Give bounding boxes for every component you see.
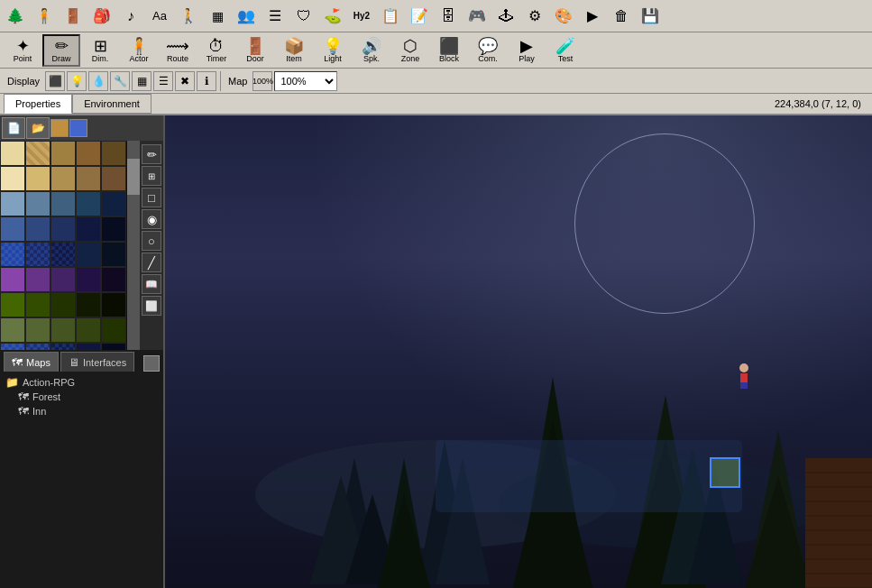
tile-swatch[interactable]: [76, 166, 101, 191]
maps-tab[interactable]: 🗺 Maps: [4, 352, 59, 372]
display-btn-info[interactable]: ℹ: [197, 71, 216, 91]
tile-swatch[interactable]: [76, 216, 101, 242]
dim-tool-btn[interactable]: ⊞ Dim.: [81, 34, 119, 67]
tile-swatch[interactable]: [101, 216, 126, 242]
block-tool-btn[interactable]: ⬛ Block: [430, 34, 468, 67]
panel1-menu-icon[interactable]: 📋: [377, 3, 404, 30]
tile-swatch[interactable]: [50, 292, 76, 317]
bag-menu-icon[interactable]: 🎒: [88, 3, 115, 30]
tile-color-b[interactable]: [69, 119, 87, 137]
panel2-menu-icon[interactable]: 📝: [406, 3, 433, 30]
tile-swatch[interactable]: [101, 166, 126, 191]
tile-swatch[interactable]: [0, 191, 25, 216]
actor-tool-btn[interactable]: 🧍 Actor: [120, 34, 158, 67]
armor-menu-icon[interactable]: 🛡: [290, 3, 317, 30]
gamepad-menu-icon[interactable]: 🎮: [464, 3, 491, 30]
tile-swatch[interactable]: [76, 141, 101, 166]
tile-swatch[interactable]: [50, 267, 76, 292]
tree-item-inn[interactable]: 🗺 Inn: [4, 404, 160, 418]
tile-color-a[interactable]: [50, 119, 69, 137]
eraser-side-tool[interactable]: ⬜: [142, 296, 161, 316]
door-tool-btn[interactable]: 🚪 Door: [236, 34, 274, 67]
item-tool-btn[interactable]: 📦 Item: [275, 34, 313, 67]
tile-swatch[interactable]: [50, 141, 76, 166]
spk-tool-btn[interactable]: 🔊 Spk.: [353, 34, 390, 67]
save-menu-icon[interactable]: 💾: [637, 3, 664, 30]
tree-item-action-rpg[interactable]: 📁 Action-RPG: [4, 375, 160, 390]
gamepad2-menu-icon[interactable]: 🕹: [492, 3, 519, 30]
tree-menu-icon[interactable]: 🌲: [2, 3, 29, 30]
point-tool-btn[interactable]: ✦ Point: [4, 34, 41, 67]
tile-swatch[interactable]: [50, 343, 76, 350]
delete-menu-icon[interactable]: 🗑: [608, 3, 635, 30]
tile-swatch[interactable]: [25, 343, 50, 350]
play-tool-btn[interactable]: ▶ Play: [508, 34, 546, 67]
tile-swatch[interactable]: [76, 267, 101, 292]
tile-swatch[interactable]: [101, 317, 126, 343]
display-btn-x[interactable]: ✖: [175, 71, 195, 91]
tile-swatch[interactable]: [25, 267, 50, 292]
tile-swatch[interactable]: [50, 317, 76, 343]
timer-tool-btn[interactable]: ⏱ Timer: [197, 34, 235, 67]
font-menu-icon[interactable]: Aa: [146, 3, 173, 30]
tile-swatch[interactable]: [0, 343, 25, 350]
tile-swatch[interactable]: [25, 292, 50, 317]
properties-tab[interactable]: Properties: [4, 94, 72, 114]
tile-swatch[interactable]: [76, 343, 101, 350]
environment-tab[interactable]: Environment: [72, 94, 151, 114]
tile-swatch[interactable]: [25, 216, 50, 242]
tile-open-btn[interactable]: 📂: [26, 117, 50, 139]
tile-swatch[interactable]: [0, 242, 25, 267]
flag-menu-icon[interactable]: ⛳: [319, 3, 346, 30]
interfaces-tab[interactable]: 🖥 Interfaces: [60, 352, 134, 372]
test-tool-btn[interactable]: 🧪 Test: [546, 34, 584, 67]
tile-swatch[interactable]: [101, 141, 126, 166]
tile-swatch[interactable]: [0, 317, 25, 343]
tile-swatch[interactable]: [0, 216, 25, 242]
line-side-tool[interactable]: ╱: [142, 253, 161, 272]
tile-swatch[interactable]: [0, 141, 25, 166]
tree-item-forest[interactable]: 🗺 Forest: [4, 390, 160, 404]
display-btn-light[interactable]: 💡: [67, 71, 87, 91]
grid-menu-icon[interactable]: ▦: [204, 3, 231, 30]
door-menu-icon[interactable]: 🚪: [60, 3, 87, 30]
draw-tool-btn[interactable]: ✏ Draw: [42, 34, 80, 67]
settings-menu-icon[interactable]: ⚙: [521, 3, 548, 30]
tile-swatch[interactable]: [0, 166, 25, 191]
tile-swatch[interactable]: [101, 242, 126, 267]
music-menu-icon[interactable]: ♪: [117, 3, 144, 30]
tile-swatch[interactable]: [101, 267, 126, 292]
tile-swatch[interactable]: [25, 242, 50, 267]
com-tool-btn[interactable]: 💬 Com.: [469, 34, 507, 67]
tile-swatch[interactable]: [50, 191, 76, 216]
tile-swatch[interactable]: [25, 166, 50, 191]
tile-swatch[interactable]: [0, 292, 25, 317]
route-tool-btn[interactable]: ⟿ Route: [159, 34, 197, 67]
paint-menu-icon[interactable]: 🎨: [550, 3, 577, 30]
display-btn-water[interactable]: 💧: [88, 71, 108, 91]
display-btn-wrench[interactable]: 🔧: [110, 71, 130, 91]
tile-swatch[interactable]: [101, 292, 126, 317]
book-side-tool[interactable]: 📖: [142, 274, 161, 294]
tile-swatch[interactable]: [76, 317, 101, 343]
pencil-side-tool[interactable]: ✏: [142, 144, 161, 164]
save-small-btn[interactable]: [143, 355, 160, 372]
walk-menu-icon[interactable]: 🚶: [175, 3, 202, 30]
list-menu-icon[interactable]: ☰: [262, 3, 289, 30]
tile-swatch[interactable]: [0, 267, 25, 292]
tile-swatch[interactable]: [101, 191, 126, 216]
scrollbar-thumb[interactable]: [127, 159, 140, 195]
display-btn-map1[interactable]: 100%: [252, 71, 272, 91]
hash-menu-icon[interactable]: Hy2: [348, 3, 375, 30]
tile-swatch[interactable]: [76, 191, 101, 216]
display-btn-hash[interactable]: ▦: [132, 71, 151, 91]
tile-scrollbar[interactable]: [127, 141, 140, 350]
tile-swatch[interactable]: [50, 242, 76, 267]
light-tool-btn[interactable]: 💡 Light: [314, 34, 352, 67]
zone-tool-btn[interactable]: ⬡ Zone: [391, 34, 429, 67]
tile-swatch[interactable]: [25, 317, 50, 343]
checker-side-tool[interactable]: ⊞: [142, 166, 161, 186]
people-menu-icon[interactable]: 👥: [233, 3, 260, 30]
tile-swatch[interactable]: [50, 216, 76, 242]
tile-swatch[interactable]: [101, 343, 126, 350]
